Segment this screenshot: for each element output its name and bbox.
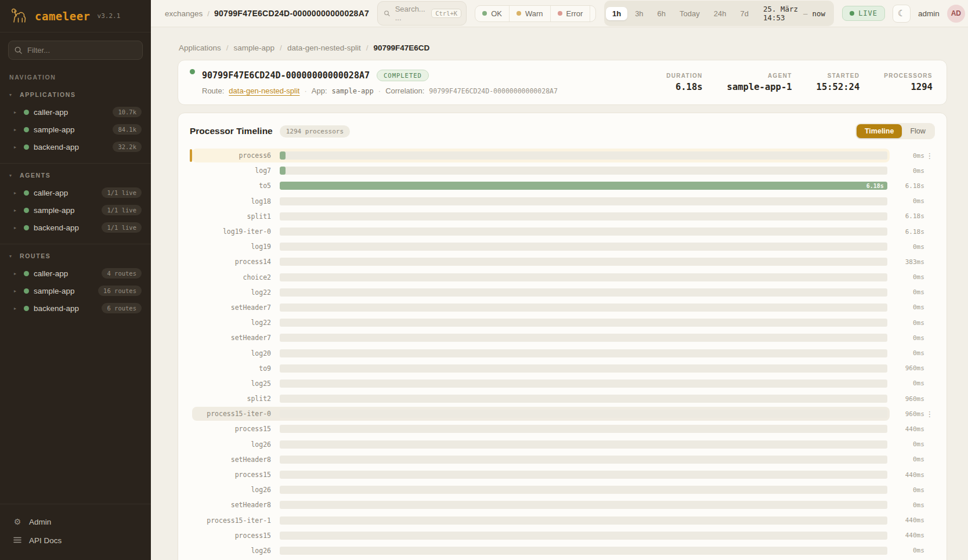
date-range-display[interactable]: 25. März 14:53 — now [756, 2, 832, 24]
sidebar: cameleer v3.2.1 NAVIGATION ▾ APPLICATION… [0, 0, 151, 560]
breadcrumb-route[interactable]: data-gen-nested-split [287, 44, 361, 52]
timeline-row-log19[interactable]: log19 0ms ⋮ [197, 239, 935, 254]
logo[interactable]: cameleer v3.2.1 [0, 0, 151, 32]
timeline-row-log26[interactable]: log26 0ms ⋮ [197, 543, 935, 558]
count-badge: 1/1 live [102, 222, 142, 233]
timeline-row-setHeader8[interactable]: setHeader8 0ms ⋮ [197, 497, 935, 512]
breadcrumb-applications[interactable]: Applications [179, 44, 221, 52]
timeline-row-log26[interactable]: log26 0ms ⋮ [197, 437, 935, 452]
processor-name: process15-iter-1 [197, 516, 271, 525]
filter-ok[interactable]: OK [475, 6, 509, 21]
filter-error[interactable]: Error [550, 6, 590, 21]
timeline-row-log20[interactable]: log20 0ms ⋮ [197, 345, 935, 360]
tab-range-7d[interactable]: 7d [734, 7, 754, 20]
search-box[interactable]: Search... ... Ctrl+K [377, 1, 467, 26]
tab-range-6h[interactable]: 6h [651, 7, 672, 20]
timeline-row-log25[interactable]: log25 0ms ⋮ [197, 376, 935, 391]
processor-name: log19 [197, 243, 271, 251]
sidebar-section-applications: ▾ APPLICATIONS ▸ caller-app 10.7k ▸ samp… [0, 83, 151, 163]
sidebar-section-header[interactable]: ▾ APPLICATIONS [6, 89, 145, 103]
stat-agent: AGENTsample-app-1 [727, 73, 792, 92]
processor-timeline-card: Processor Timeline 1294 processors Timel… [178, 113, 947, 560]
timeline-row-to9[interactable]: to9 960ms ⋮ [197, 361, 935, 376]
sidebar-item-api-docs[interactable]: API Docs [9, 531, 142, 550]
tab-range-24h[interactable]: 24h [707, 7, 733, 20]
sidebar-section-header[interactable]: ▾ ROUTES [6, 250, 145, 264]
filter-warn[interactable]: Warn [509, 6, 550, 21]
sidebar-item-sample-app[interactable]: ▸ sample-app 84.1k [6, 121, 145, 138]
count-badge: 84.1k [113, 124, 142, 135]
breadcrumb-sample-app[interactable]: sample-app [234, 44, 275, 52]
sidebar-item-caller-app[interactable]: ▸ caller-app 10.7k [6, 104, 145, 120]
duration-value: 0ms [895, 243, 924, 251]
sidebar-item-sample-app[interactable]: ▸ sample-app 16 routes [6, 283, 145, 299]
chevron-right-icon: ▸ [14, 144, 19, 150]
duration-value: 0ms [895, 547, 924, 554]
tab-timeline-view[interactable]: Timeline [857, 124, 902, 138]
tab-range-3h[interactable]: 3h [629, 7, 649, 20]
tab-range-1h[interactable]: 1h [606, 7, 627, 20]
timeline-row-log18[interactable]: log18 0ms ⋮ [197, 194, 935, 209]
timeline-row-log22[interactable]: log22 0ms ⋮ [197, 315, 935, 330]
timeline-row-log26[interactable]: log26 0ms ⋮ [197, 482, 935, 497]
timeline-row-process15-iter-0[interactable]: process15-iter-0 960ms ⋮ [197, 406, 935, 421]
theme-toggle-button[interactable]: ☾ [893, 5, 911, 23]
chevron-right-icon: ▸ [14, 127, 19, 132]
sidebar-item-admin[interactable]: ⚙ Admin [9, 512, 142, 531]
filter-info[interactable] [590, 6, 596, 21]
timeline-row-log22[interactable]: log22 0ms ⋮ [197, 285, 935, 300]
timeline-row-process15[interactable]: process15 440ms ⋮ [197, 421, 935, 436]
duration-track [280, 227, 887, 236]
tab-flow-view[interactable]: Flow [902, 124, 933, 138]
duration-track: 6.18s [280, 182, 887, 190]
timeline-row-process14[interactable]: process14 383ms ⋮ [197, 254, 935, 269]
timeline-row-log19-iter-0[interactable]: log19-iter-0 6.18s ⋮ [197, 224, 935, 239]
duration-bar [280, 151, 286, 160]
sidebar-section-routes: ▾ ROUTES ▸ caller-app 4 routes ▸ sample-… [0, 244, 151, 324]
sidebar-item-caller-app[interactable]: ▸ caller-app 1/1 live [6, 185, 145, 201]
stat-processors: PROCESSORS1294 [884, 73, 933, 92]
kebab-menu-icon[interactable]: ⋮ [924, 410, 935, 418]
timeline-row-choice2[interactable]: choice2 0ms ⋮ [197, 270, 935, 285]
active-row-marker [190, 149, 192, 162]
timeline-row-to5[interactable]: to5 6.18s 6.18s ⋮ [197, 178, 935, 193]
status-dot-icon [24, 225, 29, 230]
route-link[interactable]: data-gen-nested-split [229, 86, 299, 95]
live-badge[interactable]: LIVE [842, 6, 885, 21]
timeline-row-split1[interactable]: split1 6.18s ⋮ [197, 209, 935, 224]
ok-dot-icon [482, 11, 487, 16]
avatar[interactable]: AD [947, 5, 965, 23]
duration-value: 960ms [895, 410, 924, 418]
exchange-status-dot [190, 69, 195, 74]
filter-input[interactable] [8, 41, 143, 60]
sidebar-item-label: sample-app [34, 206, 97, 215]
kebab-menu-icon[interactable]: ⋮ [924, 151, 935, 160]
processor-name: setHeader7 [197, 334, 271, 342]
view-toggle: Timeline Flow [855, 123, 935, 139]
timeline-row-setHeader7[interactable]: setHeader7 0ms ⋮ [197, 300, 935, 315]
sidebar-item-backend-app[interactable]: ▸ backend-app 1/1 live [6, 219, 145, 236]
timeline-row-setHeader7[interactable]: setHeader7 0ms ⋮ [197, 330, 935, 345]
sidebar-item-sample-app[interactable]: ▸ sample-app 1/1 live [6, 202, 145, 218]
moon-icon: ☾ [898, 8, 905, 19]
status-dot-icon [24, 190, 29, 196]
search-icon [14, 46, 23, 55]
sidebar-item-backend-app[interactable]: ▸ backend-app 6 routes [6, 300, 145, 316]
sidebar-item-caller-app[interactable]: ▸ caller-app 4 routes [6, 265, 145, 281]
sidebar-section-header[interactable]: ▾ AGENTS [6, 169, 145, 183]
timeline-row-process15-iter-1[interactable]: process15-iter-1 440ms ⋮ [197, 513, 935, 528]
duration-track [280, 364, 887, 373]
duration-value: 0ms [895, 197, 924, 205]
duration-track [280, 456, 887, 464]
timeline-row-split2[interactable]: split2 960ms ⋮ [197, 391, 935, 406]
breadcrumb-exchanges[interactable]: exchanges [165, 9, 203, 18]
timeline-row-setHeader8[interactable]: setHeader8 0ms ⋮ [197, 452, 935, 467]
timeline-row-log7[interactable]: log7 0ms ⋮ [197, 163, 935, 178]
sidebar-item-backend-app[interactable]: ▸ backend-app 32.2k [6, 139, 145, 155]
duration-track [280, 410, 887, 418]
timeline-row-process15[interactable]: process15 440ms ⋮ [197, 528, 935, 543]
processor-name: log19-iter-0 [197, 227, 271, 236]
timeline-row-process6[interactable]: process6 0ms ⋮ [197, 148, 935, 163]
tab-range-today[interactable]: Today [673, 7, 706, 20]
timeline-row-process15[interactable]: process15 440ms ⋮ [197, 467, 935, 482]
